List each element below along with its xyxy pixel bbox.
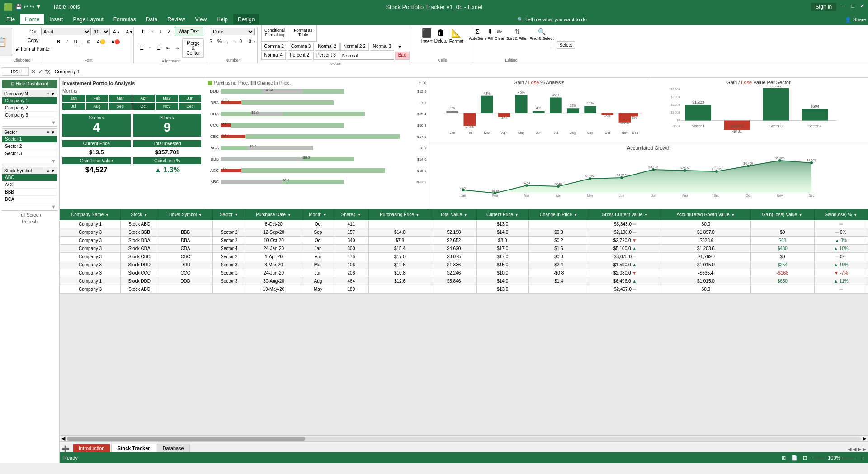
font-color-btn[interactable]: A🔴 bbox=[109, 38, 123, 46]
tab-data[interactable]: Data bbox=[142, 14, 162, 24]
tab-introduction[interactable]: Introduction bbox=[73, 444, 110, 452]
sidebar-item-sector3[interactable]: Sector 3 bbox=[2, 150, 57, 157]
refresh-btn[interactable]: Refresh bbox=[2, 219, 57, 224]
title-bar-icons[interactable]: Sign in ─ □ ✕ bbox=[811, 3, 864, 11]
scroll-right[interactable]: ▶ bbox=[863, 436, 866, 441]
italic-btn[interactable]: I bbox=[64, 38, 70, 46]
table-row[interactable]: Company 3 Stock CDA CDA Sector 4 24-Jan-… bbox=[60, 245, 868, 253]
scroll-track[interactable] bbox=[67, 437, 861, 441]
increase-indent-btn[interactable]: ⇥ bbox=[173, 38, 181, 58]
fill-label[interactable]: Fill bbox=[487, 36, 493, 41]
scroll-left[interactable]: ◀ bbox=[61, 436, 65, 441]
percent-btn[interactable]: % bbox=[215, 38, 224, 45]
formula-input[interactable] bbox=[52, 68, 866, 75]
sidebar-item-sector2[interactable]: Sector 2 bbox=[2, 143, 57, 150]
zoom-in-btn[interactable]: + bbox=[862, 455, 864, 460]
filter-purchase-price[interactable]: ▼ bbox=[415, 213, 420, 217]
filter-change-price[interactable]: ▼ bbox=[573, 213, 578, 217]
scroll-thumb[interactable] bbox=[67, 437, 305, 441]
sidebar-item-bca[interactable]: BCA bbox=[2, 196, 57, 203]
nav-left[interactable]: ◀ ◀ ▶ ▶ bbox=[848, 446, 866, 452]
filter-current-price[interactable]: ▼ bbox=[514, 213, 519, 217]
dec-increase-btn[interactable]: .0→ bbox=[245, 38, 258, 45]
tab-review[interactable]: Review bbox=[163, 14, 189, 24]
month-feb[interactable]: Feb bbox=[86, 95, 108, 102]
text-angle-btn[interactable]: ∡ bbox=[165, 27, 174, 36]
font-size-select[interactable]: 10 bbox=[92, 28, 110, 35]
font-decrease-btn[interactable]: A▼ bbox=[124, 28, 136, 36]
min-btn[interactable]: ─ bbox=[842, 3, 846, 11]
month-jul[interactable]: Jul bbox=[62, 103, 85, 110]
tab-database[interactable]: Database bbox=[157, 444, 190, 452]
filter-gain-val[interactable]: ▼ bbox=[798, 213, 803, 217]
styles-scroll-btn[interactable]: ▼ bbox=[395, 43, 404, 51]
tab-insert[interactable]: Insert bbox=[45, 14, 67, 24]
tell-me-input[interactable]: Tell me what you want to do bbox=[525, 17, 587, 22]
align-right-btn[interactable]: ☲ bbox=[155, 38, 163, 58]
fill-color-btn[interactable]: A🟡 bbox=[94, 38, 108, 46]
page-break-btn[interactable]: ⊟ bbox=[803, 455, 807, 461]
filter-date[interactable]: ▼ bbox=[287, 213, 292, 217]
font-increase-btn[interactable]: A▲ bbox=[111, 28, 123, 36]
page-layout-btn[interactable]: 📄 bbox=[791, 455, 797, 461]
data-table-container[interactable]: Company Name ▼ Stock ▼ Ticker Symbol ▼ S… bbox=[60, 209, 868, 435]
full-screen-btn[interactable]: Full Screen bbox=[2, 213, 57, 218]
normal4-style[interactable]: Normal 4 bbox=[261, 52, 286, 60]
filter-accum[interactable]: ▼ bbox=[731, 213, 735, 217]
sidebar-item-bbb[interactable]: BBB bbox=[2, 189, 57, 196]
select-btn[interactable]: Select bbox=[557, 41, 576, 49]
underline-btn[interactable]: U bbox=[72, 38, 80, 46]
dollar-btn[interactable]: $ bbox=[208, 38, 215, 45]
wrap-text-btn[interactable]: Wrap Text bbox=[175, 27, 203, 36]
tab-formulas[interactable]: Formulas bbox=[109, 14, 141, 24]
normal-view-btn[interactable]: ⊞ bbox=[782, 455, 786, 461]
month-oct[interactable]: Oct bbox=[132, 103, 155, 110]
filter-ticker[interactable]: ▼ bbox=[198, 213, 203, 217]
filter-stock[interactable]: ▼ bbox=[143, 213, 148, 217]
cell-ref-input[interactable] bbox=[2, 67, 29, 76]
sidebar-item-acc[interactable]: ACC bbox=[2, 181, 57, 189]
tab-file[interactable]: File bbox=[2, 14, 19, 24]
cond-formatting-btn[interactable]: Conditional Formatting bbox=[261, 25, 288, 42]
tab-help[interactable]: Help bbox=[212, 14, 232, 24]
autosum-label[interactable]: AutoSum bbox=[469, 36, 486, 41]
align-top-btn[interactable]: ⬆ bbox=[138, 27, 146, 36]
month-apr[interactable]: Apr bbox=[132, 95, 155, 102]
filter-company[interactable]: ▼ bbox=[105, 213, 109, 217]
sidebar-item-company3[interactable]: Company 3 bbox=[2, 112, 57, 119]
comma2-style[interactable]: Comma 2 bbox=[261, 43, 287, 51]
find-label[interactable]: Find & Select bbox=[529, 36, 554, 41]
merge-center-btn[interactable]: Merge & Center bbox=[182, 38, 204, 58]
hide-dashboard-btn[interactable]: ⊟ Hide Dashboard bbox=[2, 80, 57, 88]
sidebar-item-sector1[interactable]: Sector 1 bbox=[2, 136, 57, 143]
filter-total-value[interactable]: ▼ bbox=[463, 213, 468, 217]
sort-filter-label[interactable]: Sort & Filter bbox=[506, 36, 528, 41]
max-btn[interactable]: □ bbox=[851, 3, 854, 11]
close-btn[interactable]: ✕ bbox=[860, 3, 864, 11]
add-sheet-btn[interactable]: ➕ bbox=[61, 445, 69, 452]
comma-btn[interactable]: , bbox=[225, 38, 231, 45]
delete-label[interactable]: Delete bbox=[434, 38, 448, 43]
table-row[interactable]: Company 3 Stock BBB BBB Sector 2 12-Sep-… bbox=[60, 228, 868, 237]
normal-style-input[interactable] bbox=[340, 52, 394, 60]
clear-label[interactable]: Clear bbox=[495, 36, 505, 41]
insert-label[interactable]: Insert bbox=[421, 39, 433, 44]
zoom-slider[interactable]: ──── 100% ──── bbox=[812, 455, 856, 460]
normal22-style[interactable]: Normal 2 2 bbox=[340, 43, 369, 51]
month-dec[interactable]: Dec bbox=[179, 103, 202, 110]
align-middle-btn[interactable]: ↔ bbox=[147, 27, 156, 36]
filter-month[interactable]: ▼ bbox=[323, 213, 327, 217]
month-sep[interactable]: Sep bbox=[109, 103, 132, 110]
normal3-style[interactable]: Normal 3 bbox=[370, 43, 395, 51]
sidebar-item-company2[interactable]: Company 2 bbox=[2, 104, 57, 112]
share-btn[interactable]: Share bbox=[853, 17, 866, 22]
filter-gross[interactable]: ▼ bbox=[644, 213, 648, 217]
dec-decrease-btn[interactable]: ←.0 bbox=[231, 38, 244, 45]
month-mar[interactable]: Mar bbox=[109, 95, 132, 102]
table-row[interactable]: Company 3 Stock CCC CCC Sector 1 24-Jun-… bbox=[60, 269, 868, 277]
table-row[interactable]: Company 3 Stock ABC 19-May-20 May 189 $1… bbox=[60, 285, 868, 294]
tab-home[interactable]: Home bbox=[20, 14, 44, 24]
month-may[interactable]: May bbox=[156, 95, 178, 102]
table-row[interactable]: Company 3 Stock CBC CBC Sector 2 1-Apr-2… bbox=[60, 253, 868, 261]
borders-btn[interactable]: ⊞ bbox=[85, 38, 93, 46]
